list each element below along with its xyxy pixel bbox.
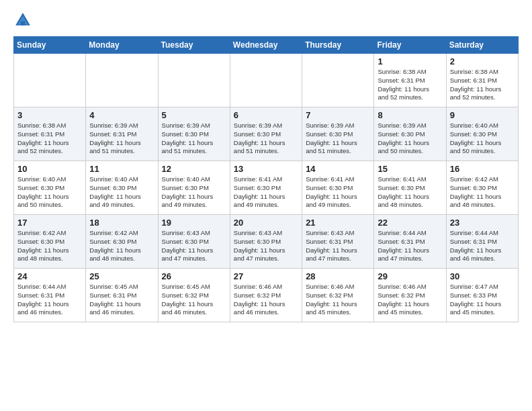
day-number: 10 [17, 164, 82, 174]
day-number: 18 [89, 218, 154, 228]
day-number: 19 [162, 218, 226, 228]
day-info: Sunrise: 6:46 AM Sunset: 6:32 PM Dayligh… [378, 283, 442, 317]
day-info: Sunrise: 6:38 AM Sunset: 6:31 PM Dayligh… [17, 122, 82, 156]
day-info: Sunrise: 6:44 AM Sunset: 6:31 PM Dayligh… [450, 229, 515, 263]
day-number: 16 [450, 164, 515, 174]
calendar-cell: 22Sunrise: 6:44 AM Sunset: 6:31 PM Dayli… [374, 215, 446, 269]
weekday-header-friday: Friday [374, 37, 446, 54]
page: SundayMondayTuesdayWednesdayThursdayFrid… [0, 0, 532, 336]
day-number: 21 [306, 218, 370, 228]
day-number: 4 [89, 110, 154, 120]
calendar-cell: 16Sunrise: 6:42 AM Sunset: 6:30 PM Dayli… [446, 161, 518, 215]
calendar-cell [230, 54, 302, 107]
day-number: 3 [17, 110, 82, 120]
weekday-header-monday: Monday [86, 37, 158, 54]
logo-icon [13, 11, 32, 30]
day-info: Sunrise: 6:42 AM Sunset: 6:30 PM Dayligh… [89, 229, 154, 263]
calendar-table: SundayMondayTuesdayWednesdayThursdayFrid… [13, 36, 519, 322]
day-info: Sunrise: 6:44 AM Sunset: 6:31 PM Dayligh… [17, 283, 82, 317]
week-row-3: 10Sunrise: 6:40 AM Sunset: 6:30 PM Dayli… [14, 161, 519, 215]
calendar-cell: 6Sunrise: 6:39 AM Sunset: 6:30 PM Daylig… [230, 107, 302, 161]
weekday-header-tuesday: Tuesday [158, 37, 230, 54]
calendar-cell [302, 54, 374, 107]
calendar-cell: 23Sunrise: 6:44 AM Sunset: 6:31 PM Dayli… [446, 215, 518, 269]
calendar-cell: 10Sunrise: 6:40 AM Sunset: 6:30 PM Dayli… [14, 161, 86, 215]
calendar-cell [158, 54, 230, 107]
weekday-header-saturday: Saturday [446, 37, 518, 54]
day-info: Sunrise: 6:40 AM Sunset: 6:30 PM Dayligh… [17, 175, 82, 210]
day-info: Sunrise: 6:39 AM Sunset: 6:31 PM Dayligh… [89, 122, 154, 156]
calendar-cell: 27Sunrise: 6:46 AM Sunset: 6:32 PM Dayli… [230, 269, 302, 322]
week-row-2: 3Sunrise: 6:38 AM Sunset: 6:31 PM Daylig… [14, 107, 519, 161]
day-number: 1 [378, 56, 442, 66]
logo [13, 11, 35, 30]
calendar-cell: 29Sunrise: 6:46 AM Sunset: 6:32 PM Dayli… [374, 269, 446, 322]
day-info: Sunrise: 6:40 AM Sunset: 6:30 PM Dayligh… [89, 175, 154, 210]
day-number: 17 [17, 218, 82, 228]
day-info: Sunrise: 6:46 AM Sunset: 6:32 PM Dayligh… [234, 283, 298, 317]
day-info: Sunrise: 6:38 AM Sunset: 6:31 PM Dayligh… [378, 68, 442, 102]
day-info: Sunrise: 6:40 AM Sunset: 6:30 PM Dayligh… [450, 122, 515, 156]
day-info: Sunrise: 6:41 AM Sunset: 6:30 PM Dayligh… [306, 175, 370, 210]
day-number: 13 [234, 164, 298, 174]
calendar-cell: 28Sunrise: 6:46 AM Sunset: 6:32 PM Dayli… [302, 269, 374, 322]
day-info: Sunrise: 6:39 AM Sunset: 6:30 PM Dayligh… [306, 122, 370, 156]
day-info: Sunrise: 6:43 AM Sunset: 6:30 PM Dayligh… [234, 229, 298, 263]
day-info: Sunrise: 6:43 AM Sunset: 6:31 PM Dayligh… [306, 229, 370, 263]
day-info: Sunrise: 6:45 AM Sunset: 6:31 PM Dayligh… [89, 283, 154, 317]
day-number: 9 [450, 110, 515, 120]
calendar-cell [86, 54, 158, 107]
day-number: 26 [162, 271, 226, 281]
calendar-cell: 21Sunrise: 6:43 AM Sunset: 6:31 PM Dayli… [302, 215, 374, 269]
day-info: Sunrise: 6:39 AM Sunset: 6:30 PM Dayligh… [162, 122, 226, 156]
header [13, 11, 519, 30]
calendar-cell: 17Sunrise: 6:42 AM Sunset: 6:30 PM Dayli… [14, 215, 86, 269]
calendar-cell: 25Sunrise: 6:45 AM Sunset: 6:31 PM Dayli… [86, 269, 158, 322]
calendar-cell: 7Sunrise: 6:39 AM Sunset: 6:30 PM Daylig… [302, 107, 374, 161]
week-row-4: 17Sunrise: 6:42 AM Sunset: 6:30 PM Dayli… [14, 215, 519, 269]
week-row-1: 1Sunrise: 6:38 AM Sunset: 6:31 PM Daylig… [14, 54, 519, 107]
calendar-cell: 15Sunrise: 6:41 AM Sunset: 6:30 PM Dayli… [374, 161, 446, 215]
day-number: 5 [162, 110, 226, 120]
calendar-cell: 18Sunrise: 6:42 AM Sunset: 6:30 PM Dayli… [86, 215, 158, 269]
day-info: Sunrise: 6:39 AM Sunset: 6:30 PM Dayligh… [234, 122, 298, 156]
calendar-cell: 13Sunrise: 6:41 AM Sunset: 6:30 PM Dayli… [230, 161, 302, 215]
day-number: 27 [234, 271, 298, 281]
day-number: 15 [378, 164, 442, 174]
weekday-header-thursday: Thursday [302, 37, 374, 54]
calendar-cell: 14Sunrise: 6:41 AM Sunset: 6:30 PM Dayli… [302, 161, 374, 215]
day-number: 2 [450, 56, 515, 66]
calendar-cell: 24Sunrise: 6:44 AM Sunset: 6:31 PM Dayli… [14, 269, 86, 322]
week-row-5: 24Sunrise: 6:44 AM Sunset: 6:31 PM Dayli… [14, 269, 519, 322]
calendar-cell [14, 54, 86, 107]
day-number: 7 [306, 110, 370, 120]
day-number: 20 [234, 218, 298, 228]
calendar-cell: 8Sunrise: 6:39 AM Sunset: 6:30 PM Daylig… [374, 107, 446, 161]
day-number: 11 [89, 164, 154, 174]
day-number: 8 [378, 110, 442, 120]
calendar-cell: 4Sunrise: 6:39 AM Sunset: 6:31 PM Daylig… [86, 107, 158, 161]
day-number: 24 [17, 271, 82, 281]
calendar-cell: 5Sunrise: 6:39 AM Sunset: 6:30 PM Daylig… [158, 107, 230, 161]
calendar-cell: 30Sunrise: 6:47 AM Sunset: 6:33 PM Dayli… [446, 269, 518, 322]
day-info: Sunrise: 6:40 AM Sunset: 6:30 PM Dayligh… [162, 175, 226, 210]
calendar-cell: 11Sunrise: 6:40 AM Sunset: 6:30 PM Dayli… [86, 161, 158, 215]
svg-rect-2 [21, 21, 25, 26]
calendar-cell: 26Sunrise: 6:45 AM Sunset: 6:32 PM Dayli… [158, 269, 230, 322]
calendar-cell: 3Sunrise: 6:38 AM Sunset: 6:31 PM Daylig… [14, 107, 86, 161]
day-info: Sunrise: 6:43 AM Sunset: 6:30 PM Dayligh… [162, 229, 226, 263]
day-info: Sunrise: 6:41 AM Sunset: 6:30 PM Dayligh… [234, 175, 298, 210]
day-info: Sunrise: 6:38 AM Sunset: 6:31 PM Dayligh… [450, 68, 515, 102]
calendar-cell: 20Sunrise: 6:43 AM Sunset: 6:30 PM Dayli… [230, 215, 302, 269]
weekday-header-row: SundayMondayTuesdayWednesdayThursdayFrid… [14, 37, 519, 54]
calendar-cell: 9Sunrise: 6:40 AM Sunset: 6:30 PM Daylig… [446, 107, 518, 161]
day-number: 14 [306, 164, 370, 174]
calendar-cell: 2Sunrise: 6:38 AM Sunset: 6:31 PM Daylig… [446, 54, 518, 107]
calendar-cell: 12Sunrise: 6:40 AM Sunset: 6:30 PM Dayli… [158, 161, 230, 215]
day-number: 25 [89, 271, 154, 281]
day-number: 23 [450, 218, 515, 228]
day-info: Sunrise: 6:45 AM Sunset: 6:32 PM Dayligh… [162, 283, 226, 317]
day-info: Sunrise: 6:47 AM Sunset: 6:33 PM Dayligh… [450, 283, 515, 317]
calendar-cell: 1Sunrise: 6:38 AM Sunset: 6:31 PM Daylig… [374, 54, 446, 107]
day-info: Sunrise: 6:44 AM Sunset: 6:31 PM Dayligh… [378, 229, 442, 263]
